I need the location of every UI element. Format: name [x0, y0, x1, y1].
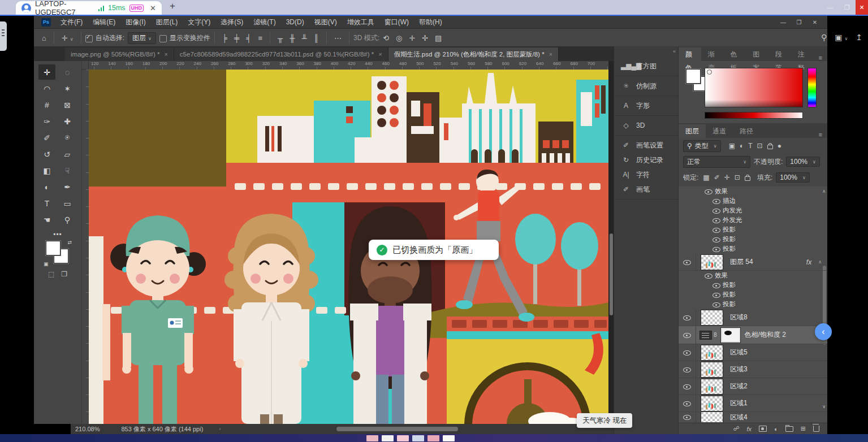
document-tab-2[interactable]: 假期生活.psd @ 210% (色相/饱和度 2, 图层蒙版/8) *× — [388, 47, 559, 61]
layer-mask-thumbnail[interactable] — [721, 328, 740, 343]
layer-thumbnail[interactable] — [701, 379, 723, 395]
tab-渐变[interactable]: 渐变 — [701, 47, 724, 61]
layer-row-投影-11[interactable]: 投影 — [679, 300, 827, 309]
new-tab-button[interactable]: + — [170, 1, 175, 12]
dock-item-字符[interactable]: A|字符 — [614, 167, 678, 182]
align-top-icon[interactable]: ╥ — [274, 34, 286, 42]
type-tool[interactable]: T — [38, 196, 55, 211]
layer-row-描边-1[interactable]: 描边 — [679, 196, 827, 206]
panel-collapse-bubble[interactable]: ‹ — [815, 323, 832, 340]
visibility-toggle[interactable] — [712, 301, 720, 308]
layer-style-icon[interactable]: fx — [747, 426, 752, 432]
pan-3d-icon[interactable]: ✛ — [405, 34, 418, 42]
edit-toolbar-icon[interactable]: ••• — [34, 231, 81, 239]
menu-item-6[interactable]: 滤镜(T) — [248, 18, 280, 26]
color-picker-ring[interactable] — [707, 70, 712, 75]
layer-row-区域2[interactable]: 区域2 — [679, 378, 827, 395]
menu-item-8[interactable]: 视图(V) — [309, 18, 342, 26]
new-layer-icon[interactable]: ⊞ — [801, 425, 806, 432]
distribute-icon[interactable]: ≡ — [254, 34, 266, 42]
history-brush-tool[interactable]: ↺ — [38, 146, 55, 162]
align-bottom-icon[interactable]: ╨ — [299, 34, 310, 42]
visibility-toggle[interactable] — [712, 227, 720, 233]
link-layers-icon[interactable]: ☍ — [733, 425, 739, 432]
menu-item-1[interactable]: 编辑(E) — [88, 18, 120, 26]
layer-thumbnail[interactable] — [701, 412, 723, 423]
menu-item-5[interactable]: 选择(S) — [215, 18, 248, 26]
layer-thumbnail[interactable] — [701, 310, 723, 326]
visibility-toggle[interactable] — [683, 349, 691, 356]
filter-toggle-icon[interactable]: ● — [778, 142, 781, 150]
document-tab-1[interactable]: c5e7c806589d59ad988225cd977d13b011.psd @… — [174, 47, 388, 61]
swap-colors-icon[interactable]: ⇄ — [67, 240, 72, 245]
hue-strip[interactable] — [807, 68, 817, 107]
filter-shape-icon[interactable]: ⊡ — [757, 142, 763, 150]
align-right-icon[interactable]: ╡ — [243, 34, 254, 42]
dodge-tool[interactable]: ◐ — [38, 179, 55, 194]
close-tab-icon[interactable]: × — [378, 51, 382, 58]
close-tab-icon[interactable]: × — [164, 51, 167, 58]
document-tab-0[interactable]: image.png @ 505%(RGB/8#) *× — [65, 47, 174, 61]
frame-tool[interactable]: ⊠ — [59, 97, 76, 112]
visibility-toggle[interactable] — [712, 246, 720, 253]
align-center-icon[interactable]: ╪ — [231, 34, 243, 42]
shape-tool[interactable]: ▭ — [59, 196, 76, 211]
dock-item-历史记录[interactable]: ↻历史记录 — [614, 153, 678, 167]
dock-item-画笔[interactable]: ✐画笔 — [614, 182, 678, 197]
slide-3d-icon[interactable]: ✢ — [418, 34, 431, 42]
visibility-toggle[interactable] — [683, 383, 691, 390]
taskbar-thumbnails[interactable] — [366, 435, 455, 441]
dock-item-画笔设置[interactable]: ✐画笔设置 — [614, 138, 678, 153]
fill-value[interactable]: 100%∨ — [776, 172, 810, 183]
close-session-icon[interactable]: ✕ — [150, 4, 156, 12]
quick-mask-icon[interactable]: ⬚ — [48, 270, 54, 278]
ruler-horizontal[interactable]: 1201401601802002202402602803003203403603… — [89, 61, 608, 70]
move-tool-icon[interactable]: ✛∨ — [58, 34, 77, 42]
tab-色板[interactable]: 色板 — [724, 47, 746, 61]
zoom-tool[interactable]: ⚲ — [59, 212, 76, 227]
layer-row-效果-0[interactable]: 效果 — [679, 187, 827, 196]
orbit-3d-icon[interactable]: ⟲ — [379, 34, 392, 42]
blend-mode-dropdown[interactable]: 正常∨ — [683, 156, 750, 168]
panel-menu-icon[interactable]: ≡ — [814, 54, 827, 61]
color-ramp[interactable] — [705, 112, 803, 119]
ruler-vertical[interactable] — [82, 70, 89, 424]
remote-toolbar-handle[interactable] — [0, 21, 7, 51]
eyedropper-tool[interactable]: ✑ — [38, 114, 55, 129]
lock-artboard-icon[interactable]: ⊡ — [735, 174, 740, 181]
canvas-horizontal-scrollbar[interactable] — [336, 427, 458, 431]
maximize-icon[interactable]: ❐ — [839, 4, 856, 11]
auto-select-checkbox[interactable] — [85, 35, 93, 42]
tab-段落[interactable]: 段落 — [768, 47, 791, 61]
magic-wand-tool[interactable]: ✶ — [59, 81, 76, 96]
filter-adjustment-icon[interactable]: ◐ — [740, 142, 744, 150]
canvas-vertical-scrollbar[interactable] — [608, 61, 614, 424]
visibility-toggle[interactable] — [683, 414, 691, 421]
layer-row-投影-9[interactable]: 投影 — [679, 280, 827, 290]
ps-close-icon[interactable]: ✕ — [807, 19, 823, 25]
minimize-icon[interactable]: — — [822, 4, 839, 11]
menu-item-11[interactable]: 帮助(H) — [414, 18, 447, 26]
dock-item-仿制源[interactable]: ⍟仿制源 — [614, 79, 678, 93]
layer-row-外发光-3[interactable]: 外发光 — [679, 215, 827, 225]
layer-row-区域5[interactable]: 区域5 — [679, 344, 827, 361]
visibility-toggle[interactable] — [683, 332, 691, 339]
remote-close-button[interactable]: ✕ — [856, 0, 868, 15]
visibility-toggle[interactable] — [705, 272, 712, 279]
lock-position-icon[interactable]: ✛ — [724, 174, 730, 181]
menu-item-3[interactable]: 图层(L) — [151, 18, 183, 26]
canvas[interactable] — [89, 70, 608, 424]
new-group-icon[interactable] — [785, 426, 793, 432]
crop-tool[interactable]: # — [38, 97, 55, 112]
lock-all-icon[interactable] — [745, 176, 750, 181]
workspace-icon[interactable]: ▣∨ — [835, 33, 848, 42]
menu-item-2[interactable]: 图像(I) — [120, 18, 150, 26]
menu-item-4[interactable]: 文字(Y) — [183, 18, 215, 26]
healing-brush-tool[interactable]: ✚ — [59, 114, 76, 129]
saturation-gradient[interactable] — [705, 68, 803, 107]
layer-row-内发光-2[interactable]: 内发光 — [679, 206, 827, 215]
move-tool[interactable]: ✛ — [38, 64, 55, 80]
tab-路径[interactable]: 路径 — [733, 124, 760, 138]
default-colors-icon[interactable]: ▣ — [44, 261, 49, 267]
smudge-tool[interactable]: ☟ — [59, 163, 76, 178]
